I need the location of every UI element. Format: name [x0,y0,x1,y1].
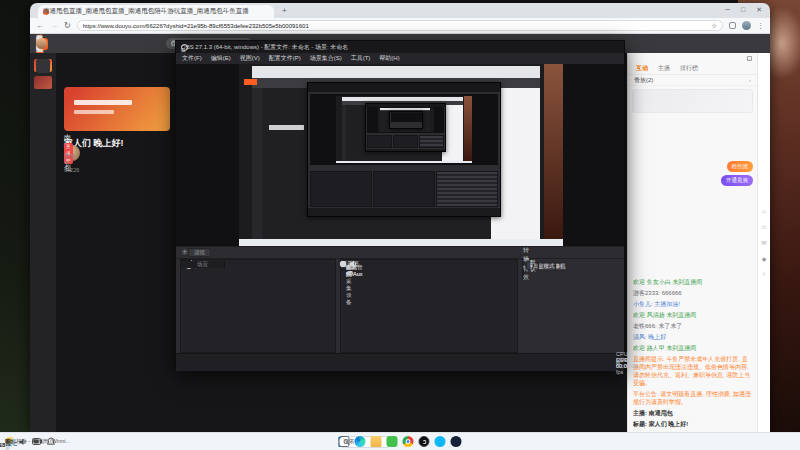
obs-statusbar: LIVE: 00:00:00 REC: 00:00:00 CPU: 1.0%, … [176,353,624,371]
promo-banner[interactable] [64,87,170,131]
desktop-wallpaper-left [0,0,32,432]
mini-sidebar [252,88,262,238]
chat-tools: ⋯ [628,53,757,63]
volume-icon[interactable] [19,438,27,446]
user-avatar[interactable] [36,38,47,49]
menu-edit[interactable]: 编辑(E) [211,54,231,63]
new-tab-button[interactable]: + [282,6,287,15]
bookmark-star-icon[interactable]: ☆ [711,22,717,30]
refresh-icon[interactable]: ↻ [64,21,71,30]
extensions-icon[interactable] [729,22,736,29]
edge-icon[interactable] [355,436,366,447]
mini-obs-titlebar [308,83,500,92]
chat-message: 欢迎 风清扬 来到直播间 [633,311,752,319]
chat-message: 清风: 晚上好 [633,333,752,341]
steam-icon[interactable] [451,436,462,447]
activity-banner[interactable] [632,89,753,113]
promo-text-line [74,110,114,114]
mini-obs-window [307,82,501,217]
address-bar[interactable]: https://www.douyu.com/66226?dyshid=21e95… [77,20,723,31]
forward-icon[interactable]: → [50,21,58,30]
source-context-row: 未选择源 属性 滤镜 [176,246,624,259]
chat-footer-streamer: 主播: 南通甩包 [633,409,752,417]
mini-obs-docks [310,171,499,207]
mixer-body: 桌面音频/Aux -1.3 dB 视频采集设备 0.0 dB [341,260,351,264]
gift-icon[interactable]: ◆ [762,255,767,262]
room-announcement: 直播间提示: 斗鱼严禁未成年人充值打赏, 直播间内严禁出现违法违规、低俗色情等内… [633,355,752,387]
maximize-button[interactable]: □ [741,6,745,14]
chat-message: 游客2333: 666666 [633,289,752,297]
feedback-icon[interactable]: ✉ [761,239,766,246]
platform-announcement: 平台公告: 请文明观看直播, 理性消费, 如遇违规行为请及时举报。 [633,390,752,406]
followed-stream-thumb[interactable] [34,76,52,89]
system-tray: ∧ 中 19:13 2026/4/8 [5,437,55,446]
tab-title: 南通甩包直播_南通甩包直播_南通甩包陪斗游玩直播_南通甩包斗鱼直播 [43,7,249,16]
home-icon[interactable]: ⌂ [762,208,766,214]
mini-obs-window [389,111,423,129]
wechat-icon[interactable] [387,436,398,447]
tab-close-icon[interactable]: ✕ [43,8,48,15]
volume-slider[interactable] [346,260,357,268]
tray-date: 2026/4/8 [0,442,5,448]
noble-pill[interactable]: 开通贵族 [721,175,753,186]
fan-club-pill[interactable]: 粉丝团 [727,161,754,172]
profile-avatar[interactable] [742,21,751,30]
chat-message: 欢迎 路人甲 来到直播间 [633,344,752,352]
minimize-button[interactable]: ─ [725,6,730,14]
menu-profile[interactable]: 配置文件(P) [269,54,301,63]
speaker-icon[interactable] [349,260,357,268]
mini-browser-chrome [252,66,540,78]
chat-tab-interact[interactable]: 互动 [636,64,648,73]
mini-sidebar [342,105,346,161]
back-to-top-icon[interactable]: ↑ [763,271,766,277]
browser-menu-icon[interactable]: ⋮ [757,22,764,30]
task-view-icon[interactable] [339,436,350,447]
browser-toolbar: ← → ↻ https://www.douyu.com/66226?dyshid… [30,18,770,34]
transition-select[interactable]: 默认 ▾ [526,261,534,270]
mini-obs-docks [367,135,445,148]
tab-scenes[interactable]: 场景 [181,261,225,268]
chat-tabs: 互动 主播 排行榜 [628,63,757,75]
chat-panel: ⋯ 互动 主播 排行榜 贵族(2) › 欢迎 鱼友小白 来到直播间 游客2333… [627,53,757,432]
chat-message: 老铁666: 来了来了 [633,322,752,330]
menu-help[interactable]: 帮助(H) [379,54,399,63]
sources-dock: 来源 视频采集设备 窗口捕获 [180,259,336,353]
preview-capture-3 [378,108,434,132]
mini-obs-preview [391,113,422,122]
obs-app-icon[interactable] [419,436,430,447]
chat-message: 小鱼儿: 主播加油! [633,300,752,308]
cpu-fps-text: CPU: 1.0%, 60.00 fps [616,351,630,375]
favorite-icon[interactable]: ☆ [761,223,766,230]
file-explorer-icon[interactable] [371,436,382,447]
mini-room-title [269,125,304,130]
mini-obs-preview [310,94,499,166]
obs-titlebar[interactable]: OBS 27.1.3 (64-bit, windows) - 配置文件: 未命名… [176,41,624,53]
sidebar-shortcut[interactable] [36,59,50,73]
back-icon[interactable]: ← [36,21,44,30]
noble-row[interactable]: 贵族(2) › [628,75,757,86]
mini-dock [367,135,392,148]
transitions-dock: 转场特效 默认 ▾ [522,259,524,280]
filters-button[interactable]: 滤镜 [188,248,211,257]
notifications-icon[interactable] [47,437,55,446]
close-button[interactable]: ✕ [756,6,762,14]
mini-taskbar [336,161,472,164]
menu-file[interactable]: 文件(F) [182,54,202,63]
slider-handle[interactable] [340,261,346,267]
noble-count: 贵族(2) [634,76,653,85]
menu-view[interactable]: 视图(V) [240,54,260,63]
menu-tools[interactable]: 工具(T) [351,54,371,63]
mini-dock [436,171,498,207]
ime-indicator[interactable]: 中 [5,437,11,446]
browser-tab[interactable]: 南通甩包直播_南通甩包直播_南通甩包陪斗游玩直播_南通甩包斗鱼直播 ✕ [38,5,274,18]
mini-dock [373,171,435,207]
mini-taskbar [239,239,563,246]
obs-preview[interactable] [176,64,624,246]
qq-icon[interactable] [435,436,446,447]
menu-scene-collection[interactable]: 场景集合(S) [310,54,342,63]
battery-icon[interactable] [32,438,42,445]
chrome-icon[interactable] [403,436,414,447]
chat-tab-streamer[interactable]: 主播 [658,64,670,73]
chat-more-icon[interactable]: ⋯ [746,55,752,62]
chat-tab-rank[interactable]: 排行榜 [680,64,698,73]
